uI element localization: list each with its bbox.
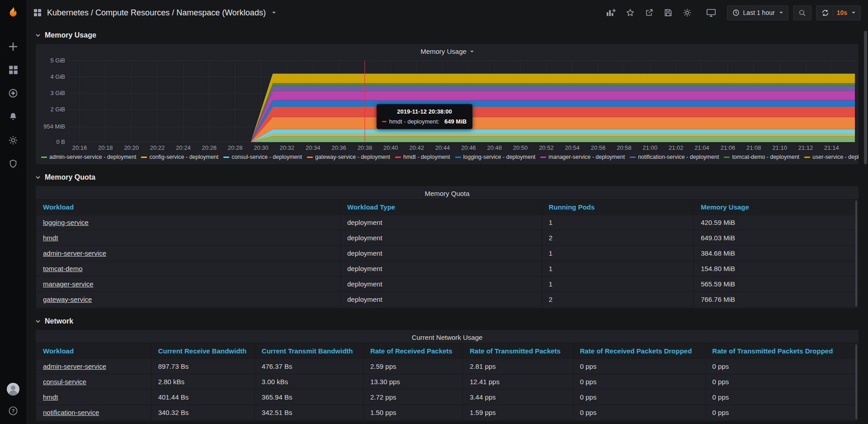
legend-item[interactable]: admin-server-service - deployment [41,154,136,160]
legend-item[interactable]: tomcat-demo - deployment [724,154,799,160]
legend-label: gateway-service - deployment [315,154,390,160]
explore-compass-icon[interactable] [8,88,18,98]
legend-item[interactable]: logging-service - deployment [455,154,536,160]
refresh-icon [821,9,829,17]
value-cell: deployment [340,230,542,246]
dashboard-grid-icon [33,9,42,17]
save-dashboard-button[interactable] [661,6,675,19]
help-icon[interactable]: ? [8,406,18,416]
refresh-button-group[interactable]: 10s [816,5,861,20]
value-cell: deployment [340,276,542,292]
cycle-view-mode-button[interactable] [703,6,719,19]
workload-cell: hmdt [36,230,340,246]
panel-title-memory-usage[interactable]: Memory Usage [36,44,859,57]
value-cell: 0 pps [705,359,858,374]
workload-link[interactable]: notification-service [43,409,99,416]
column-header-rate-of-received-packets[interactable]: Rate of Received Packets [363,343,462,359]
dashboards-icon[interactable] [9,65,18,75]
panel-title-network[interactable]: Current Network Usage [36,330,859,343]
page-scrollbar-thumb[interactable] [864,31,867,164]
section-header-network[interactable]: Network [35,313,859,329]
chart-legend: admin-server-service - deploymentconfig-… [36,153,859,164]
value-cell: 3.44 pps [463,390,573,405]
dashboard-content: Memory Usage Memory Usage 0 B954 MiB2 Gi… [26,25,868,422]
svg-text:20:28: 20:28 [228,144,243,151]
server-admin-shield-icon[interactable] [8,159,18,169]
column-header-current-transmit-bandwidth[interactable]: Current Transmit Bandwidth [255,343,363,359]
panel-title-memory-quota[interactable]: Memory Quota [36,186,859,199]
legend-item[interactable]: consul-service - deployment [223,154,302,160]
share-dashboard-button[interactable] [642,6,656,19]
configuration-gear-icon[interactable] [8,135,18,145]
table-row: admin-server-servicedeployment1384.68 Mi… [36,246,859,261]
svg-text:20:54: 20:54 [565,144,580,151]
workload-cell: hmdt [36,390,151,405]
section-header-memory-quota[interactable]: Memory Quota [35,169,859,186]
value-cell: 0 pps [573,359,705,374]
value-cell: 0 pps [705,405,858,420]
legend-color-swatch-icon [307,157,313,158]
workload-link[interactable]: manager-service [43,280,94,288]
table-scrollbar[interactable] [855,200,857,306]
column-header-workload-type[interactable]: Workload Type [340,200,542,215]
dashboard-settings-button[interactable] [680,6,694,19]
top-navbar: Kubernetes / Compute Resources / Namespa… [26,0,868,25]
svg-text:2 GiB: 2 GiB [50,106,65,113]
value-cell: 0 pps [573,374,705,390]
create-plus-icon[interactable] [8,42,18,52]
legend-color-swatch-icon [223,157,229,158]
column-header-current-receive-bandwidth[interactable]: Current Receive Bandwidth [151,343,255,359]
table-header-row: WorkloadWorkload TypeRunning PodsMemory … [36,200,859,215]
legend-item[interactable]: notification-service - deployment [630,154,719,160]
gear-icon [683,8,692,17]
column-header-workload[interactable]: Workload [36,343,151,359]
column-header-running-pods[interactable]: Running Pods [542,200,694,215]
add-panel-button[interactable] [603,6,618,19]
legend-color-swatch-icon [141,157,147,158]
legend-item[interactable]: hmdt - deployment [395,154,450,160]
legend-item[interactable]: gateway-service - deployment [307,154,390,160]
svg-text:21:08: 21:08 [746,144,761,151]
svg-text:20:56: 20:56 [591,144,606,151]
legend-item[interactable]: config-service - deployment [141,154,218,160]
workload-link[interactable]: logging-service [43,219,89,226]
legend-item[interactable]: user-service - deployment [804,154,859,160]
user-avatar[interactable] [6,382,20,396]
column-header-rate-of-received-packets-dropped[interactable]: Rate of Received Packets Dropped [573,343,705,359]
workload-link[interactable]: admin-server-service [43,362,106,370]
svg-text:20:58: 20:58 [617,144,632,151]
grafana-logo[interactable] [0,0,26,25]
panel-title-text: Memory Usage [420,48,467,55]
section-header-memory-usage[interactable]: Memory Usage [35,27,859,43]
dashboard-title-dropdown[interactable]: Kubernetes / Compute Resources / Namespa… [33,8,276,18]
workload-link[interactable]: hmdt [43,393,58,401]
workload-link[interactable]: gateway-service [43,295,92,303]
time-picker-button[interactable]: Last 1 hour [727,5,788,20]
save-icon [664,8,673,17]
zoom-out-time-button[interactable] [793,5,811,20]
workload-link[interactable]: consul-service [43,378,86,386]
svg-text:20:18: 20:18 [98,144,113,151]
workload-link[interactable]: hmdt [43,234,58,242]
table-scrollbar[interactable] [855,344,857,419]
workload-link[interactable]: admin-server-service [43,249,106,257]
legend-item[interactable]: manager-service - deployment [540,154,625,160]
value-cell: deployment [340,292,542,307]
value-cell: 365.94 Bs [255,390,363,405]
column-header-rate-of-transmitted-packets-dropped[interactable]: Rate of Transmitted Packets Dropped [705,343,858,359]
column-header-workload[interactable]: Workload [36,200,340,215]
svg-text:5 GiB: 5 GiB [50,57,65,64]
memory-quota-table: WorkloadWorkload TypeRunning PodsMemory … [36,199,859,307]
workload-link[interactable]: tomcat-demo [43,265,83,272]
column-header-rate-of-transmitted-packets[interactable]: Rate of Transmitted Packets [463,343,573,359]
value-cell: 1 [542,276,694,292]
column-header-memory-usage[interactable]: Memory Usage [694,200,859,215]
workload-cell: consul-service [36,374,151,390]
star-dashboard-button[interactable] [623,6,637,19]
legend-label: manager-service - deployment [548,154,625,160]
memory-usage-panel: Memory Usage 0 B954 MiB2 GiB3 GiB4 GiB5 … [35,43,859,165]
memory-quota-table-wrap: WorkloadWorkload TypeRunning PodsMemory … [36,199,859,308]
workload-cell: tomcat-demo [36,261,340,276]
left-sidebar: ? [0,0,26,424]
alerting-bell-icon[interactable] [8,112,18,122]
